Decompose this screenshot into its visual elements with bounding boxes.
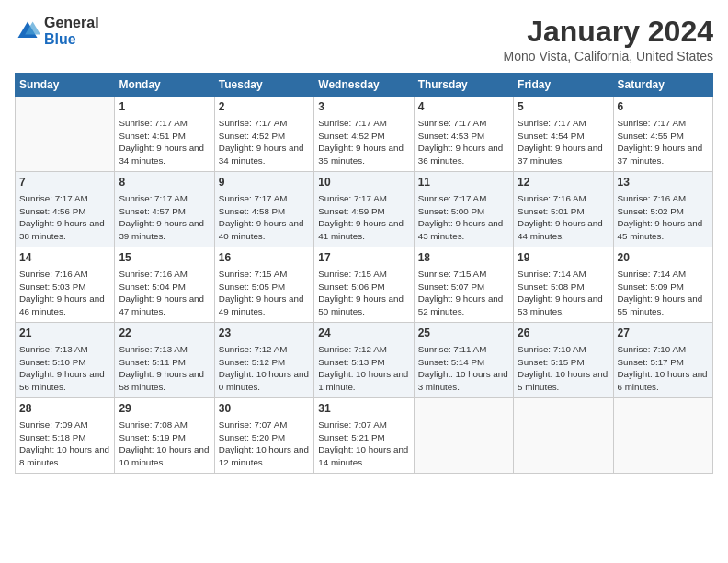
logo-blue-text: Blue: [44, 31, 76, 47]
day-info: Sunrise: 7:13 AM Sunset: 5:10 PM Dayligh…: [19, 343, 110, 394]
day-info: Sunrise: 7:15 AM Sunset: 5:05 PM Dayligh…: [219, 268, 310, 318]
week-row-2: 7Sunrise: 7:17 AM Sunset: 4:56 PM Daylig…: [16, 172, 713, 247]
calendar-cell: 21Sunrise: 7:13 AM Sunset: 5:10 PM Dayli…: [16, 323, 115, 398]
calendar-cell: [613, 398, 712, 474]
weekday-header-friday: Friday: [514, 74, 613, 97]
month-title: January 2024: [503, 15, 713, 49]
day-number: 21: [19, 326, 110, 341]
day-info: Sunrise: 7:08 AM Sunset: 5:19 PM Dayligh…: [119, 419, 210, 469]
day-number: 29: [119, 401, 210, 417]
calendar-cell: 10Sunrise: 7:17 AM Sunset: 4:59 PM Dayli…: [314, 172, 414, 247]
day-info: Sunrise: 7:17 AM Sunset: 4:51 PM Dayligh…: [119, 117, 210, 167]
day-info: Sunrise: 7:14 AM Sunset: 5:08 PM Dayligh…: [518, 268, 609, 318]
week-row-1: 1Sunrise: 7:17 AM Sunset: 4:51 PM Daylig…: [16, 97, 713, 172]
day-number: 3: [318, 99, 409, 115]
weekday-header-wednesday: Wednesday: [314, 74, 414, 97]
calendar-cell: 4Sunrise: 7:17 AM Sunset: 4:53 PM Daylig…: [414, 97, 513, 172]
day-info: Sunrise: 7:17 AM Sunset: 4:58 PM Dayligh…: [219, 192, 310, 243]
calendar-cell: [414, 398, 513, 474]
day-info: Sunrise: 7:07 AM Sunset: 5:20 PM Dayligh…: [219, 419, 310, 469]
location: Mono Vista, California, United States: [503, 49, 713, 63]
calendar-cell: 11Sunrise: 7:17 AM Sunset: 5:00 PM Dayli…: [414, 172, 513, 247]
day-info: Sunrise: 7:17 AM Sunset: 4:56 PM Dayligh…: [19, 192, 110, 243]
calendar-cell: 8Sunrise: 7:17 AM Sunset: 4:57 PM Daylig…: [115, 172, 214, 247]
calendar-cell: 7Sunrise: 7:17 AM Sunset: 4:56 PM Daylig…: [16, 172, 115, 247]
day-info: Sunrise: 7:16 AM Sunset: 5:03 PM Dayligh…: [19, 268, 110, 318]
day-number: 15: [119, 250, 210, 266]
day-number: 7: [19, 175, 110, 190]
logo-general-text: General: [44, 15, 99, 30]
day-info: Sunrise: 7:16 AM Sunset: 5:04 PM Dayligh…: [119, 268, 210, 318]
day-info: Sunrise: 7:12 AM Sunset: 5:13 PM Dayligh…: [318, 343, 409, 394]
calendar-cell: 16Sunrise: 7:15 AM Sunset: 5:05 PM Dayli…: [214, 247, 313, 323]
day-info: Sunrise: 7:17 AM Sunset: 4:54 PM Dayligh…: [518, 117, 609, 167]
calendar-cell: 13Sunrise: 7:16 AM Sunset: 5:02 PM Dayli…: [613, 172, 712, 247]
calendar-cell: 22Sunrise: 7:13 AM Sunset: 5:11 PM Dayli…: [115, 323, 214, 398]
day-info: Sunrise: 7:15 AM Sunset: 5:06 PM Dayligh…: [318, 268, 409, 318]
day-number: 24: [318, 326, 409, 341]
page: General Blue January 2024 Mono Vista, Ca…: [0, 0, 728, 563]
calendar-cell: 28Sunrise: 7:09 AM Sunset: 5:18 PM Dayli…: [16, 398, 115, 474]
weekday-header-sunday: Sunday: [16, 74, 115, 97]
day-number: 27: [618, 326, 709, 341]
day-info: Sunrise: 7:10 AM Sunset: 5:15 PM Dayligh…: [518, 343, 609, 394]
day-info: Sunrise: 7:17 AM Sunset: 4:57 PM Dayligh…: [119, 192, 210, 243]
calendar-cell: [514, 398, 613, 474]
day-number: 19: [518, 250, 609, 266]
weekday-header-thursday: Thursday: [414, 74, 513, 97]
calendar-cell: 26Sunrise: 7:10 AM Sunset: 5:15 PM Dayli…: [514, 323, 613, 398]
day-info: Sunrise: 7:09 AM Sunset: 5:18 PM Dayligh…: [19, 419, 110, 469]
calendar-cell: 2Sunrise: 7:17 AM Sunset: 4:52 PM Daylig…: [214, 97, 313, 172]
day-info: Sunrise: 7:16 AM Sunset: 5:02 PM Dayligh…: [618, 192, 709, 243]
day-number: 16: [219, 250, 310, 266]
day-info: Sunrise: 7:17 AM Sunset: 4:53 PM Dayligh…: [418, 117, 509, 167]
calendar-cell: 5Sunrise: 7:17 AM Sunset: 4:54 PM Daylig…: [514, 97, 613, 172]
day-number: 10: [318, 175, 409, 190]
day-number: 4: [418, 99, 509, 115]
calendar-cell: 14Sunrise: 7:16 AM Sunset: 5:03 PM Dayli…: [16, 247, 115, 323]
header: General Blue January 2024 Mono Vista, Ca…: [15, 15, 713, 63]
day-number: 30: [219, 401, 310, 417]
day-number: 18: [418, 250, 509, 266]
calendar-cell: [16, 97, 115, 172]
day-number: 26: [518, 326, 609, 341]
calendar-cell: 6Sunrise: 7:17 AM Sunset: 4:55 PM Daylig…: [613, 97, 712, 172]
day-info: Sunrise: 7:17 AM Sunset: 4:52 PM Dayligh…: [318, 117, 409, 167]
day-info: Sunrise: 7:07 AM Sunset: 5:21 PM Dayligh…: [318, 419, 409, 469]
day-number: 22: [119, 326, 210, 341]
weekday-header-saturday: Saturday: [613, 74, 712, 97]
weekday-header-monday: Monday: [115, 74, 214, 97]
title-block: January 2024 Mono Vista, California, Uni…: [503, 15, 713, 63]
day-info: Sunrise: 7:12 AM Sunset: 5:12 PM Dayligh…: [219, 343, 310, 394]
week-row-5: 28Sunrise: 7:09 AM Sunset: 5:18 PM Dayli…: [16, 398, 713, 474]
calendar-cell: 24Sunrise: 7:12 AM Sunset: 5:13 PM Dayli…: [314, 323, 414, 398]
calendar-cell: 20Sunrise: 7:14 AM Sunset: 5:09 PM Dayli…: [613, 247, 712, 323]
day-info: Sunrise: 7:11 AM Sunset: 5:14 PM Dayligh…: [418, 343, 509, 394]
logo-icon: [15, 18, 40, 44]
day-number: 9: [219, 175, 310, 190]
day-info: Sunrise: 7:16 AM Sunset: 5:01 PM Dayligh…: [518, 192, 609, 243]
day-info: Sunrise: 7:17 AM Sunset: 5:00 PM Dayligh…: [418, 192, 509, 243]
day-info: Sunrise: 7:13 AM Sunset: 5:11 PM Dayligh…: [119, 343, 210, 394]
day-info: Sunrise: 7:14 AM Sunset: 5:09 PM Dayligh…: [618, 268, 709, 318]
calendar-cell: 15Sunrise: 7:16 AM Sunset: 5:04 PM Dayli…: [115, 247, 214, 323]
day-number: 8: [119, 175, 210, 190]
day-info: Sunrise: 7:17 AM Sunset: 4:59 PM Dayligh…: [318, 192, 409, 243]
week-row-4: 21Sunrise: 7:13 AM Sunset: 5:10 PM Dayli…: [16, 323, 713, 398]
calendar-cell: 18Sunrise: 7:15 AM Sunset: 5:07 PM Dayli…: [414, 247, 513, 323]
day-number: 20: [618, 250, 709, 266]
calendar-cell: 17Sunrise: 7:15 AM Sunset: 5:06 PM Dayli…: [314, 247, 414, 323]
day-info: Sunrise: 7:10 AM Sunset: 5:17 PM Dayligh…: [618, 343, 709, 394]
day-number: 5: [518, 99, 609, 115]
day-info: Sunrise: 7:15 AM Sunset: 5:07 PM Dayligh…: [418, 268, 509, 318]
day-number: 6: [618, 99, 709, 115]
calendar-cell: 3Sunrise: 7:17 AM Sunset: 4:52 PM Daylig…: [314, 97, 414, 172]
calendar-cell: 30Sunrise: 7:07 AM Sunset: 5:20 PM Dayli…: [214, 398, 313, 474]
weekday-header-tuesday: Tuesday: [214, 74, 313, 97]
day-number: 13: [618, 175, 709, 190]
calendar-table: SundayMondayTuesdayWednesdayThursdayFrid…: [15, 73, 713, 474]
day-number: 31: [318, 401, 409, 417]
calendar-cell: 1Sunrise: 7:17 AM Sunset: 4:51 PM Daylig…: [115, 97, 214, 172]
day-number: 25: [418, 326, 509, 341]
calendar-cell: 27Sunrise: 7:10 AM Sunset: 5:17 PM Dayli…: [613, 323, 712, 398]
